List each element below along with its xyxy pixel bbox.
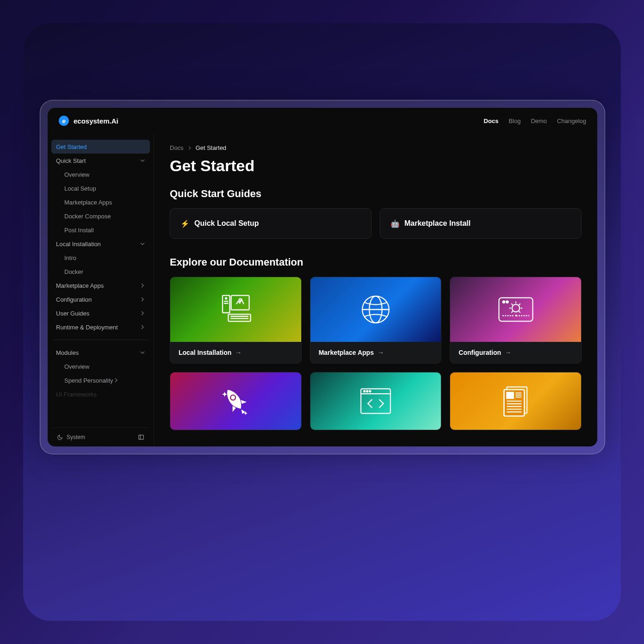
code-window-icon [358, 386, 393, 416]
svg-point-7 [239, 299, 242, 301]
chevron-down-icon [140, 241, 145, 247]
sidebar-sub-marketplace-apps[interactable]: Marketplace Apps [51, 195, 150, 209]
newspaper-icon [501, 385, 531, 417]
chevron-right-icon [140, 310, 145, 316]
doc-card-label: Local Installation [179, 349, 231, 356]
quick-card-local-setup[interactable]: ⚡ Quick Local Setup [170, 208, 372, 239]
doc-card-footer: Marketplace Apps→ [310, 342, 441, 363]
sidebar-item-marketplace-apps[interactable]: Marketplace Apps [51, 279, 150, 292]
app-window: e ecosystem.Ai Docs Blog Demo Changelog … [48, 108, 597, 446]
doc-card-hero [310, 277, 441, 342]
sidebar-sub-spend-personality[interactable]: Spend Personality [51, 373, 150, 387]
arrow-right-icon: → [378, 349, 384, 356]
sidebar-footer: System [51, 427, 150, 446]
svg-rect-0 [139, 435, 144, 439]
sidebar-sub-overview[interactable]: Overview [51, 167, 150, 181]
sidebar-item-label: Docker Compose [64, 213, 111, 220]
chevron-right-icon [140, 283, 145, 288]
sidebar-item-user-guides[interactable]: User Guides [51, 306, 150, 320]
svg-point-16 [506, 301, 508, 303]
sidebar-item-label: Intro [64, 254, 76, 261]
computer-icon [217, 293, 254, 326]
panel-collapse-icon[interactable] [138, 434, 144, 440]
doc-card-label: Configuration [458, 349, 501, 356]
sidebar-item-label: Quick Start [56, 157, 86, 164]
breadcrumb-root[interactable]: Docs [170, 144, 184, 151]
quick-card-marketplace-install[interactable]: 🤖 Marketplace Install [380, 208, 582, 239]
doc-card-footer: Local Installation→ [170, 342, 301, 363]
svg-point-15 [502, 301, 504, 303]
svg-point-23 [364, 390, 365, 392]
sidebar-sub-intro[interactable]: Intro [51, 251, 150, 265]
breadcrumb-current: Get Started [196, 144, 226, 151]
sidebar-sub-post-install[interactable]: Post Install [51, 223, 150, 237]
breadcrumb: Docs Get Started [170, 144, 582, 151]
sidebar: Get Started Quick Start Overview Local S… [48, 134, 154, 446]
moon-icon[interactable] [57, 434, 63, 440]
brand-logo-icon: e [59, 116, 69, 126]
doc-card-label: Marketplace Apps [319, 349, 374, 356]
page-title: Get Started [170, 157, 582, 175]
app-header: e ecosystem.Ai Docs Blog Demo Changelog [48, 108, 597, 134]
chevron-right-icon [187, 146, 192, 150]
main-content: Docs Get Started Get Started Quick Start… [154, 134, 597, 446]
sidebar-scroll[interactable]: Get Started Quick Start Overview Local S… [51, 140, 150, 427]
sidebar-sub-docker[interactable]: Docker [51, 265, 150, 279]
chevron-right-icon [113, 378, 119, 383]
arrow-right-icon: → [235, 349, 242, 356]
svg-point-24 [366, 390, 368, 392]
doc-card-local-installation[interactable]: Local Installation→ [170, 277, 302, 364]
doc-grid: Local Installation→ Marketplace [170, 277, 582, 430]
sidebar-item-label: Post Install [64, 227, 94, 234]
chevron-down-icon [140, 158, 145, 163]
sidebar-item-configuration[interactable]: Configuration [51, 292, 150, 306]
explore-heading: Explore our Documentation [170, 256, 582, 268]
sidebar-item-label: Marketplace Apps [64, 199, 112, 206]
quick-card-label: Marketplace Install [404, 219, 471, 228]
sidebar-item-modules[interactable]: Modules [51, 346, 150, 359]
sidebar-item-get-started[interactable]: Get Started [51, 140, 150, 154]
sidebar-item-runtime-deployment[interactable]: Runtime & Deployment [51, 320, 150, 334]
svg-point-17 [512, 304, 519, 312]
sidebar-item-quick-start[interactable]: Quick Start [51, 154, 150, 167]
sidebar-item-label: Local Setup [64, 185, 96, 192]
sidebar-item-local-installation[interactable]: Local Installation [51, 237, 150, 251]
settings-panel-icon [497, 295, 535, 324]
bolt-icon: ⚡ [180, 219, 190, 228]
nav-blog[interactable]: Blog [508, 118, 520, 124]
sidebar-sub-local-setup[interactable]: Local Setup [51, 181, 150, 195]
brand-name: ecosystem.Ai [74, 117, 118, 125]
nav-docs[interactable]: Docs [484, 118, 499, 124]
doc-card-news[interactable] [450, 372, 582, 430]
nav-changelog[interactable]: Changelog [557, 118, 586, 124]
sidebar-item-label: Local Installation [56, 241, 101, 248]
chevron-down-icon [140, 350, 145, 355]
brand[interactable]: e ecosystem.Ai [59, 116, 118, 126]
sidebar-item-label: UI Frameworks [56, 391, 97, 398]
doc-card-footer: Configuration→ [450, 342, 581, 363]
doc-card-hero [450, 277, 581, 342]
doc-card-marketplace-apps[interactable]: Marketplace Apps→ [310, 277, 442, 364]
nav-demo[interactable]: Demo [531, 118, 547, 124]
top-nav: Docs Blog Demo Changelog [484, 118, 586, 124]
svg-point-4 [226, 297, 227, 299]
sidebar-item-label: Marketplace Apps [56, 282, 104, 289]
sidebar-item-label: Overview [64, 363, 89, 370]
doc-card-code[interactable] [310, 372, 442, 430]
doc-card-rocket[interactable] [170, 372, 302, 430]
doc-card-configuration[interactable]: Configuration→ [450, 277, 582, 364]
sidebar-sub-docker-compose[interactable]: Docker Compose [51, 209, 150, 223]
sidebar-sub-overview-2[interactable]: Overview [51, 359, 150, 373]
theme-label[interactable]: System [67, 434, 85, 440]
robot-icon: 🤖 [390, 219, 400, 228]
sidebar-item-label: Overview [64, 171, 89, 178]
doc-card-hero [310, 372, 441, 430]
sidebar-item-label: Spend Personality [64, 377, 113, 384]
chevron-right-icon [140, 324, 145, 330]
app-body: Get Started Quick Start Overview Local S… [48, 134, 597, 446]
sidebar-item-ui-frameworks[interactable]: UI Frameworks [51, 387, 150, 401]
doc-card-hero [170, 372, 301, 430]
doc-card-hero [450, 372, 581, 430]
svg-rect-29 [507, 392, 514, 398]
arrow-right-icon: → [505, 349, 511, 356]
